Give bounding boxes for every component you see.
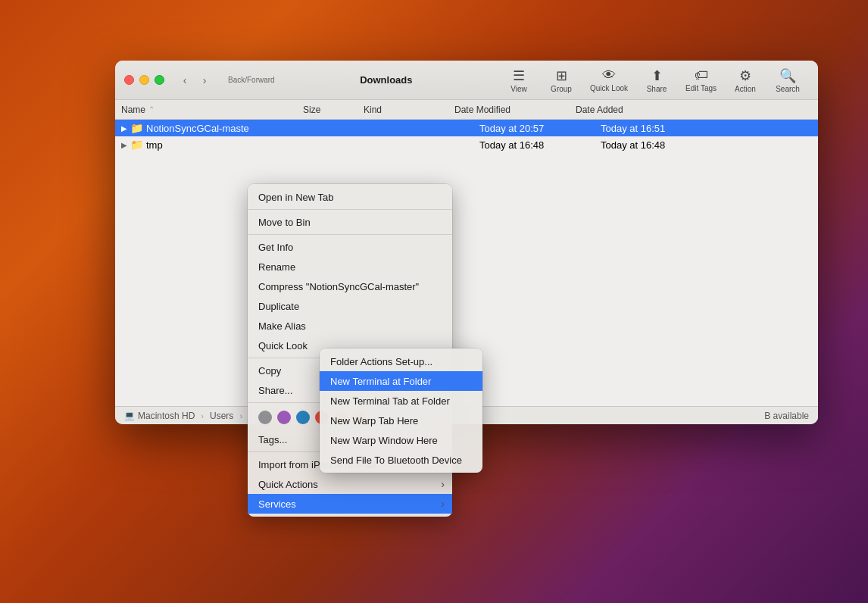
traffic-lights — [124, 75, 164, 85]
close-button[interactable] — [124, 75, 134, 85]
group-icon: ⊞ — [556, 67, 567, 84]
menu-item-quick-actions[interactable]: Quick Actions — [248, 474, 452, 494]
menu-item-new-terminal-tab-at-folder[interactable]: New Terminal Tab at Folder — [320, 391, 482, 411]
breadcrumb-users: Users — [210, 411, 233, 421]
menu-item-duplicate[interactable]: Duplicate — [248, 296, 452, 316]
group-button[interactable]: ⊞ Group — [540, 64, 582, 96]
title-section: Downloads — [275, 74, 498, 86]
action-label: Action — [735, 85, 756, 93]
titlebar: ‹ › Back/Forward Downloads ☰ View ⊞ Grou… — [115, 61, 818, 100]
nav-buttons: ‹ › — [176, 72, 213, 89]
tags-icon: 🏷 — [695, 67, 708, 83]
expand-icon: ▶ — [121, 141, 127, 149]
empty-row — [115, 203, 818, 220]
view-label: View — [510, 85, 527, 93]
col-modified-header[interactable]: Date Modified — [454, 105, 576, 115]
empty-row — [115, 303, 818, 320]
view-button[interactable]: ☰ View — [498, 64, 540, 96]
back-forward-label: Back/Forward — [228, 76, 275, 84]
color-dot-purple[interactable] — [277, 411, 291, 424]
menu-item-new-warp-window-here[interactable]: New Warp Window Here — [320, 430, 482, 450]
file-modified: Today at 20:57 — [479, 123, 601, 134]
search-icon: 🔍 — [779, 67, 796, 84]
file-modified: Today at 16:48 — [479, 139, 601, 151]
empty-row — [115, 153, 818, 170]
col-kind-header[interactable]: Kind — [364, 105, 454, 115]
table-row[interactable]: ▶ 📁 tmp Today at 16:48 Today at 16:48 — [115, 136, 818, 153]
menu-item-make-alias[interactable]: Make Alias — [248, 316, 452, 336]
group-label: Group — [551, 85, 572, 93]
minimize-button[interactable] — [139, 75, 149, 85]
users-label: Users — [210, 411, 233, 421]
menu-item-compress[interactable]: Compress "NotionSyncGCal-master" — [248, 277, 452, 296]
empty-row — [115, 270, 818, 286]
maximize-button[interactable] — [155, 75, 164, 85]
edit-tags-button[interactable]: 🏷 Edit Tags — [678, 64, 724, 96]
services-submenu: Folder Actions Set-up... New Terminal at… — [320, 348, 482, 473]
space-available: B available — [764, 411, 809, 421]
breadcrumb-hd: Macintosh HD — [138, 411, 195, 421]
empty-row — [115, 236, 818, 253]
file-added: Today at 16:51 — [601, 123, 722, 134]
menu-item-new-terminal-at-folder[interactable]: New Terminal at Folder — [320, 371, 482, 391]
action-button[interactable]: ⚙ Action — [724, 64, 767, 96]
menu-item-send-file-bluetooth[interactable]: Send File To Bluetooth Device — [320, 450, 482, 470]
table-row[interactable]: ▶ 📁 NotionSyncGCal-maste Today at 20:57 … — [115, 120, 818, 136]
file-name: tmp — [146, 139, 328, 151]
empty-row — [115, 253, 818, 270]
folder-icon: 📁 — [130, 139, 143, 151]
hd-icon: 💻 — [124, 411, 135, 420]
menu-item-move-to-bin[interactable]: Move to Bin — [248, 212, 452, 232]
color-dot-gray[interactable] — [258, 411, 272, 424]
menu-item-get-info[interactable]: Get Info — [248, 237, 452, 257]
column-headers: Name ⌃ Size Kind Date Modified Date Adde… — [115, 100, 818, 120]
menu-separator — [248, 234, 452, 235]
color-dot-blue[interactable] — [296, 411, 310, 424]
search-button[interactable]: 🔍 Search — [767, 64, 809, 96]
view-icon: ☰ — [513, 67, 525, 84]
share-icon: ⬆ — [651, 67, 663, 84]
empty-row — [115, 170, 818, 186]
menu-item-folder-actions-setup[interactable]: Folder Actions Set-up... — [320, 351, 482, 371]
menu-item-open-new-tab[interactable]: Open in New Tab — [248, 187, 452, 207]
empty-row — [115, 186, 818, 203]
forward-button[interactable]: › — [196, 72, 213, 89]
col-name-header[interactable]: Name ⌃ — [121, 105, 303, 115]
breadcrumb: 💻 Macintosh HD — [124, 411, 195, 421]
expand-icon: ▶ — [121, 124, 127, 133]
finder-window: ‹ › Back/Forward Downloads ☰ View ⊞ Grou… — [115, 61, 818, 424]
empty-row — [115, 320, 818, 336]
empty-row — [115, 286, 818, 303]
edit-tags-label: Edit Tags — [685, 84, 717, 92]
col-size-header[interactable]: Size — [303, 105, 364, 115]
quick-look-label: Quick Look — [590, 84, 628, 92]
menu-item-services[interactable]: Services — [248, 494, 452, 514]
eye-icon: 👁 — [602, 67, 616, 83]
file-added: Today at 16:48 — [601, 139, 722, 151]
menu-item-rename[interactable]: Rename — [248, 257, 452, 277]
sort-indicator: ⌃ — [148, 105, 155, 114]
share-label: Share — [647, 85, 667, 93]
menu-item-new-warp-tab-here[interactable]: New Warp Tab Here — [320, 411, 482, 430]
menu-separator — [248, 209, 452, 210]
empty-row — [115, 220, 818, 236]
quick-look-button[interactable]: 👁 Quick Look — [582, 64, 635, 96]
window-title: Downloads — [360, 74, 412, 86]
back-button[interactable]: ‹ — [176, 72, 193, 89]
toolbar-icons: ☰ View ⊞ Group 👁 Quick Look ⬆ Share 🏷 Ed… — [498, 64, 809, 96]
bc-sep: › — [201, 411, 204, 420]
file-name: NotionSyncGCal-maste — [146, 123, 328, 134]
search-label: Search — [776, 85, 800, 93]
folder-icon: 📁 — [130, 122, 143, 134]
bc-sep: › — [239, 411, 242, 420]
share-button[interactable]: ⬆ Share — [635, 64, 678, 96]
action-icon: ⚙ — [739, 67, 751, 84]
col-added-header[interactable]: Date Added — [576, 105, 697, 115]
